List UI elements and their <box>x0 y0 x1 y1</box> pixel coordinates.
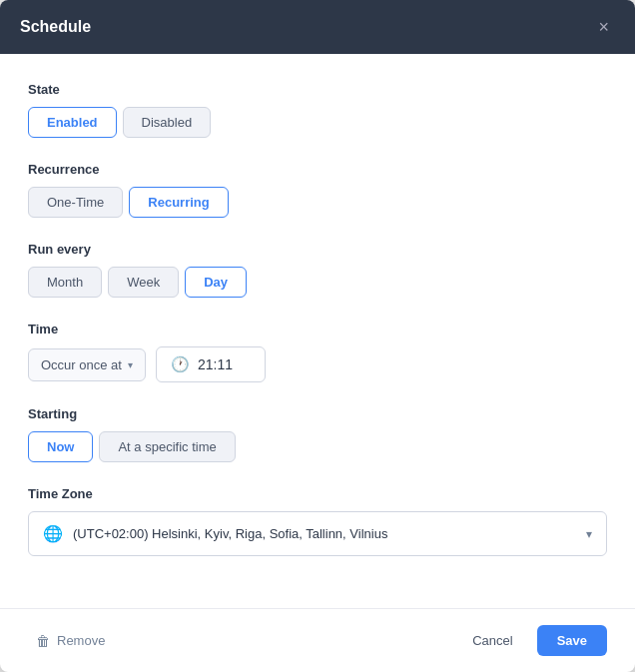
chevron-down-icon: ▾ <box>128 359 133 370</box>
occur-dropdown[interactable]: Occur once at ▾ <box>28 348 146 381</box>
modal-body: State Enabled Disabled Recurrence One-Ti… <box>0 54 635 608</box>
recurrence-recurring-button[interactable]: Recurring <box>129 187 228 218</box>
run-every-options: Month Week Day <box>28 267 607 298</box>
time-input-wrap: 🕐 21:11 <box>156 346 266 382</box>
starting-options: Now At a specific time <box>28 431 607 462</box>
save-button[interactable]: Save <box>537 625 607 656</box>
modal-header: Schedule × <box>0 0 635 54</box>
occur-dropdown-label: Occur once at <box>41 357 122 372</box>
run-every-month-button[interactable]: Month <box>28 267 102 298</box>
modal-title: Schedule <box>20 18 91 36</box>
footer-right: Cancel Save <box>458 625 607 656</box>
globe-icon: 🌐 <box>43 524 63 543</box>
state-options: Enabled Disabled <box>28 107 607 138</box>
run-every-day-button[interactable]: Day <box>185 267 247 298</box>
recurrence-onetime-button[interactable]: One-Time <box>28 187 123 218</box>
timezone-group: Time Zone 🌐 (UTC+02:00) Helsinki, Kyiv, … <box>28 486 607 556</box>
state-disabled-button[interactable]: Disabled <box>123 107 212 138</box>
modal-footer: 🗑 Remove Cancel Save <box>0 608 635 672</box>
run-every-group: Run every Month Week Day <box>28 242 607 298</box>
time-group: Time Occur once at ▾ 🕐 21:11 <box>28 322 607 382</box>
trash-icon: 🗑 <box>36 633 50 649</box>
recurrence-options: One-Time Recurring <box>28 187 607 218</box>
timezone-label: Time Zone <box>28 486 607 501</box>
starting-label: Starting <box>28 406 607 421</box>
timezone-dropdown[interactable]: 🌐 (UTC+02:00) Helsinki, Kyiv, Riga, Sofi… <box>28 511 607 556</box>
timezone-value: (UTC+02:00) Helsinki, Kyiv, Riga, Sofia,… <box>73 526 576 541</box>
remove-label: Remove <box>57 633 105 648</box>
state-group: State Enabled Disabled <box>28 82 607 138</box>
starting-specific-time-button[interactable]: At a specific time <box>99 431 235 462</box>
clock-icon: 🕐 <box>171 355 190 373</box>
recurrence-group: Recurrence One-Time Recurring <box>28 162 607 218</box>
run-every-label: Run every <box>28 242 607 257</box>
close-button[interactable]: × <box>592 16 615 38</box>
time-label: Time <box>28 322 607 336</box>
state-label: State <box>28 82 607 97</box>
schedule-modal: Schedule × State Enabled Disabled Recurr… <box>0 0 635 672</box>
recurrence-label: Recurrence <box>28 162 607 177</box>
time-row: Occur once at ▾ 🕐 21:11 <box>28 346 607 382</box>
starting-group: Starting Now At a specific time <box>28 406 607 462</box>
starting-now-button[interactable]: Now <box>28 431 93 462</box>
cancel-button[interactable]: Cancel <box>458 625 526 656</box>
run-every-week-button[interactable]: Week <box>108 267 179 298</box>
state-enabled-button[interactable]: Enabled <box>28 107 117 138</box>
remove-button[interactable]: 🗑 Remove <box>28 627 113 655</box>
timezone-chevron-icon: ▾ <box>586 527 592 541</box>
time-value: 21:11 <box>198 356 233 372</box>
